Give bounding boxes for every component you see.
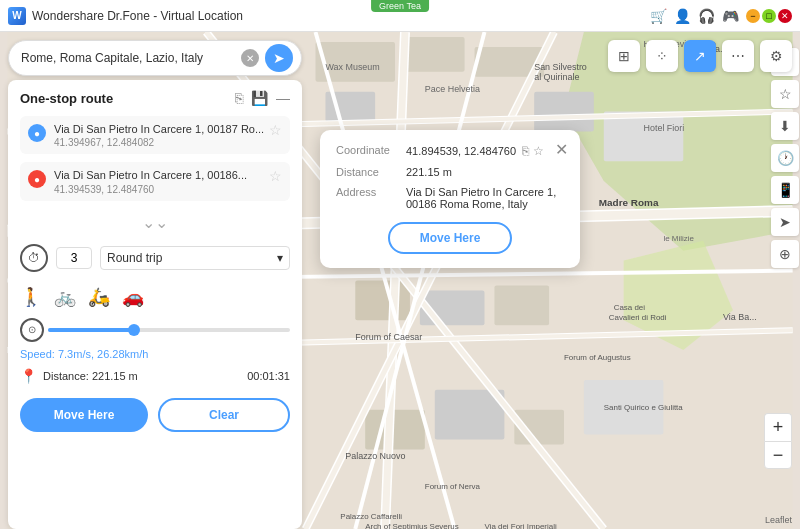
popup-coord-label: Coordinate — [336, 144, 406, 158]
zoom-in-button[interactable]: + — [764, 413, 792, 441]
app-title: Wondershare Dr.Fone - Virtual Location — [32, 9, 650, 23]
speedometer-icon: ⊙ — [20, 318, 44, 342]
route-save-icon[interactable]: 💾 — [251, 90, 268, 106]
svg-text:Arch of Septimius Severus: Arch of Septimius Severus — [365, 522, 459, 529]
popup-coordinate-row: Coordinate 41.894539, 12.484760 ⎘ ☆ — [336, 144, 564, 158]
pin-icon: 📍 — [20, 368, 37, 384]
bike-icon[interactable]: 🚲 — [54, 286, 76, 308]
close-button[interactable]: ✕ — [778, 9, 792, 23]
stop-2-coords: 41.394539, 12.484760 — [54, 184, 269, 195]
natural-route-button[interactable]: ⋯ — [722, 40, 754, 72]
popup-move-here-button[interactable]: Move Here — [388, 222, 513, 254]
svg-rect-4 — [405, 37, 465, 72]
route-minimize-icon[interactable]: — — [276, 90, 290, 106]
games-icon[interactable]: 🎮 — [722, 8, 738, 24]
svg-text:Via Ba...: Via Ba... — [723, 312, 757, 322]
zoom-controls: + − — [764, 413, 792, 469]
multi-stop-tool-button[interactable]: ↗ — [684, 40, 716, 72]
stop-1-info: Via Di San Pietro In Carcere 1, 00187 Ro… — [54, 122, 269, 148]
svg-text:Pace Helvetia: Pace Helvetia — [425, 84, 480, 94]
speed-value: 7.3m/s, 26.28km/h — [58, 348, 149, 360]
teleport-tool-button[interactable]: ⊞ — [608, 40, 640, 72]
trip-type-label: Round trip — [107, 251, 162, 265]
popup-address-row: Address Via Di San Pietro In Carcere 1, … — [336, 186, 564, 210]
popup-addr-label: Address — [336, 186, 406, 210]
dist-time-row: 📍 Distance: 221.15 m 00:01:31 — [20, 368, 290, 384]
device-sidebar-icon[interactable]: 📱 — [771, 176, 799, 204]
loop-count-input[interactable]: 3 — [56, 247, 92, 269]
zoom-out-button[interactable]: − — [764, 441, 792, 469]
scooter-icon[interactable]: 🛵 — [88, 286, 110, 308]
svg-text:Madre Roma: Madre Roma — [599, 197, 659, 208]
titlebar: W Wondershare Dr.Fone - Virtual Location… — [0, 0, 800, 32]
search-clear-button[interactable]: ✕ — [241, 49, 259, 67]
popup-coord-icons: ⎘ ☆ — [522, 144, 544, 158]
popup-coord-value-group: 41.894539, 12.484760 ⎘ ☆ — [406, 144, 544, 158]
stop-2-icon: ● — [28, 170, 46, 188]
search-go-button[interactable]: ➤ — [265, 44, 293, 72]
action-buttons: Move Here Clear — [20, 398, 290, 432]
walk-icon[interactable]: 🚶 — [20, 286, 42, 308]
speed-slider-fill — [48, 328, 133, 332]
green-tag: Green Tea — [371, 0, 429, 12]
svg-text:Santi Quirico e Giulitta: Santi Quirico e Giulitta — [604, 403, 684, 412]
svg-text:al Quirinale: al Quirinale — [534, 72, 579, 82]
top-toolbar: ⊞ ⁘ ↗ ⋯ ⚙ — [608, 40, 792, 72]
svg-text:Forum of Augustus: Forum of Augustus — [564, 353, 631, 362]
popup-coord-value: 41.894539, 12.484760 — [406, 145, 516, 157]
svg-rect-9 — [365, 410, 425, 450]
stop-1-star[interactable]: ☆ — [269, 122, 282, 138]
history-sidebar-icon[interactable]: 🕐 — [771, 144, 799, 172]
favorites-sidebar-icon[interactable]: ☆ — [771, 80, 799, 108]
window-controls: − □ ✕ — [746, 9, 792, 23]
svg-text:Hotel Fiori: Hotel Fiori — [644, 123, 685, 133]
navigate-sidebar-icon[interactable]: ➤ — [771, 208, 799, 236]
trip-type-select[interactable]: Round trip ▾ — [100, 246, 290, 270]
one-stop-tool-button[interactable]: ⁘ — [646, 40, 678, 72]
route-header: One-stop route ⎘ 💾 — — [20, 90, 290, 106]
svg-text:Forum of Caesar: Forum of Caesar — [355, 332, 422, 342]
svg-text:Wax Museum: Wax Museum — [325, 62, 379, 72]
popup-distance-row: Distance 221.15 m — [336, 166, 564, 178]
route-copy-icon[interactable]: ⎘ — [235, 90, 243, 106]
timer-icon: ⏱ — [20, 244, 48, 272]
svg-text:Cavalieri di Rodi: Cavalieri di Rodi — [609, 313, 667, 322]
popup-copy-icon[interactable]: ⎘ — [522, 144, 529, 158]
expand-dots[interactable]: ⌄⌄ — [20, 213, 290, 232]
speed-slider-row: ⊙ — [20, 318, 290, 342]
move-here-button[interactable]: Move Here — [20, 398, 148, 432]
popup-close-button[interactable]: ✕ — [555, 140, 568, 159]
trip-type-chevron: ▾ — [277, 251, 283, 265]
headset-icon[interactable]: 🎧 — [698, 8, 714, 24]
route-stop-2: ● Via Di San Pietro In Carcere 1, 00186.… — [20, 162, 290, 200]
title-icons: 🛒 👤 🎧 🎮 — [650, 8, 738, 24]
svg-text:le Milizie: le Milizie — [663, 234, 694, 243]
stop-2-info: Via Di San Pietro In Carcere 1, 00186...… — [54, 168, 269, 194]
time-label: 00:01:31 — [247, 370, 290, 382]
svg-rect-15 — [494, 285, 549, 325]
popup-dist-label: Distance — [336, 166, 406, 178]
left-panel: Rome, Roma Capitale, Lazio, Italy ✕ ➤ On… — [0, 32, 310, 529]
stop-1-icon: ● — [28, 124, 46, 142]
speed-slider-thumb[interactable] — [128, 324, 140, 336]
clear-button[interactable]: Clear — [158, 398, 290, 432]
popup-star-icon[interactable]: ☆ — [533, 144, 544, 158]
stop-2-star[interactable]: ☆ — [269, 168, 282, 184]
svg-rect-7 — [534, 92, 594, 132]
route-title: One-stop route — [20, 91, 113, 106]
location-popup: ✕ Coordinate 41.894539, 12.484760 ⎘ ☆ Di… — [320, 130, 580, 268]
settings-tool-button[interactable]: ⚙ — [760, 40, 792, 72]
speed-slider-track[interactable] — [48, 328, 290, 332]
svg-text:Via dei Fori Imperiali: Via dei Fori Imperiali — [484, 522, 556, 529]
minimize-button[interactable]: − — [746, 9, 760, 23]
recenter-sidebar-icon[interactable]: ⊕ — [771, 240, 799, 268]
distance-label: Distance: 221.15 m — [43, 370, 138, 382]
svg-text:Forum of Nerva: Forum of Nerva — [425, 482, 481, 491]
download-sidebar-icon[interactable]: ⬇ — [771, 112, 799, 140]
cart-icon[interactable]: 🛒 — [650, 8, 666, 24]
maximize-button[interactable]: □ — [762, 9, 776, 23]
svg-text:Casa dei: Casa dei — [614, 303, 646, 312]
leaflet-attribution: Leaflet — [765, 515, 792, 525]
car-icon[interactable]: 🚗 — [122, 286, 144, 308]
user-icon[interactable]: 👤 — [674, 8, 690, 24]
